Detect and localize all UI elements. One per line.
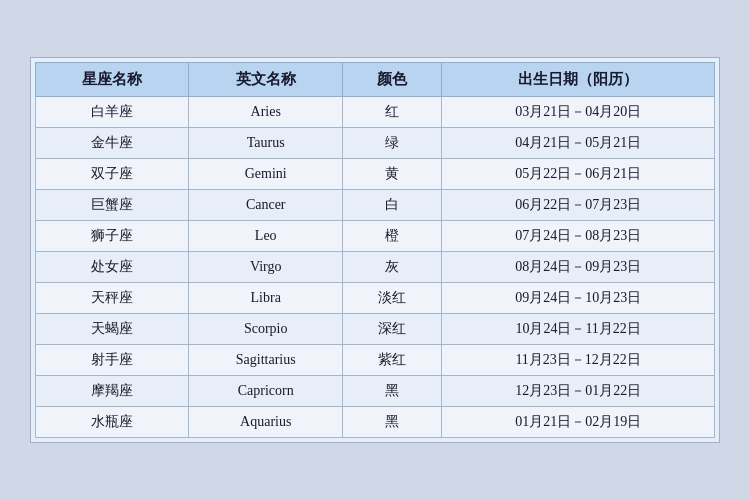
col-header-zh: 星座名称 — [36, 63, 189, 97]
cell-date: 05月22日－06月21日 — [442, 159, 715, 190]
cell-zh-name: 金牛座 — [36, 128, 189, 159]
table-row: 白羊座Aries红03月21日－04月20日 — [36, 97, 715, 128]
zodiac-table-container: 星座名称 英文名称 颜色 出生日期（阳历） 白羊座Aries红03月21日－04… — [30, 57, 720, 443]
zodiac-table: 星座名称 英文名称 颜色 出生日期（阳历） 白羊座Aries红03月21日－04… — [35, 62, 715, 438]
cell-en-name: Libra — [189, 283, 342, 314]
cell-zh-name: 水瓶座 — [36, 407, 189, 438]
table-row: 金牛座Taurus绿04月21日－05月21日 — [36, 128, 715, 159]
cell-zh-name: 摩羯座 — [36, 376, 189, 407]
cell-date: 10月24日－11月22日 — [442, 314, 715, 345]
cell-en-name: Aquarius — [189, 407, 342, 438]
cell-date: 08月24日－09月23日 — [442, 252, 715, 283]
table-row: 射手座Sagittarius紫红11月23日－12月22日 — [36, 345, 715, 376]
cell-zh-name: 天蝎座 — [36, 314, 189, 345]
cell-en-name: Cancer — [189, 190, 342, 221]
table-row: 巨蟹座Cancer白06月22日－07月23日 — [36, 190, 715, 221]
cell-date: 01月21日－02月19日 — [442, 407, 715, 438]
cell-zh-name: 巨蟹座 — [36, 190, 189, 221]
cell-color: 黑 — [342, 376, 441, 407]
col-header-color: 颜色 — [342, 63, 441, 97]
cell-zh-name: 射手座 — [36, 345, 189, 376]
table-row: 水瓶座Aquarius黑01月21日－02月19日 — [36, 407, 715, 438]
table-row: 狮子座Leo橙07月24日－08月23日 — [36, 221, 715, 252]
cell-color: 深红 — [342, 314, 441, 345]
cell-en-name: Aries — [189, 97, 342, 128]
cell-date: 07月24日－08月23日 — [442, 221, 715, 252]
cell-color: 橙 — [342, 221, 441, 252]
cell-color: 黄 — [342, 159, 441, 190]
cell-zh-name: 处女座 — [36, 252, 189, 283]
cell-color: 黑 — [342, 407, 441, 438]
cell-en-name: Scorpio — [189, 314, 342, 345]
cell-date: 11月23日－12月22日 — [442, 345, 715, 376]
table-row: 摩羯座Capricorn黑12月23日－01月22日 — [36, 376, 715, 407]
cell-zh-name: 白羊座 — [36, 97, 189, 128]
cell-zh-name: 双子座 — [36, 159, 189, 190]
col-header-date: 出生日期（阳历） — [442, 63, 715, 97]
table-row: 处女座Virgo灰08月24日－09月23日 — [36, 252, 715, 283]
cell-color: 淡红 — [342, 283, 441, 314]
table-header-row: 星座名称 英文名称 颜色 出生日期（阳历） — [36, 63, 715, 97]
table-row: 双子座Gemini黄05月22日－06月21日 — [36, 159, 715, 190]
cell-date: 03月21日－04月20日 — [442, 97, 715, 128]
cell-date: 04月21日－05月21日 — [442, 128, 715, 159]
cell-color: 红 — [342, 97, 441, 128]
cell-date: 12月23日－01月22日 — [442, 376, 715, 407]
table-row: 天蝎座Scorpio深红10月24日－11月22日 — [36, 314, 715, 345]
cell-color: 绿 — [342, 128, 441, 159]
cell-en-name: Virgo — [189, 252, 342, 283]
table-row: 天秤座Libra淡红09月24日－10月23日 — [36, 283, 715, 314]
cell-zh-name: 天秤座 — [36, 283, 189, 314]
table-body: 白羊座Aries红03月21日－04月20日金牛座Taurus绿04月21日－0… — [36, 97, 715, 438]
cell-en-name: Leo — [189, 221, 342, 252]
cell-color: 紫红 — [342, 345, 441, 376]
cell-en-name: Sagittarius — [189, 345, 342, 376]
cell-date: 09月24日－10月23日 — [442, 283, 715, 314]
col-header-en: 英文名称 — [189, 63, 342, 97]
cell-en-name: Capricorn — [189, 376, 342, 407]
cell-date: 06月22日－07月23日 — [442, 190, 715, 221]
cell-color: 灰 — [342, 252, 441, 283]
cell-zh-name: 狮子座 — [36, 221, 189, 252]
cell-en-name: Gemini — [189, 159, 342, 190]
cell-en-name: Taurus — [189, 128, 342, 159]
cell-color: 白 — [342, 190, 441, 221]
